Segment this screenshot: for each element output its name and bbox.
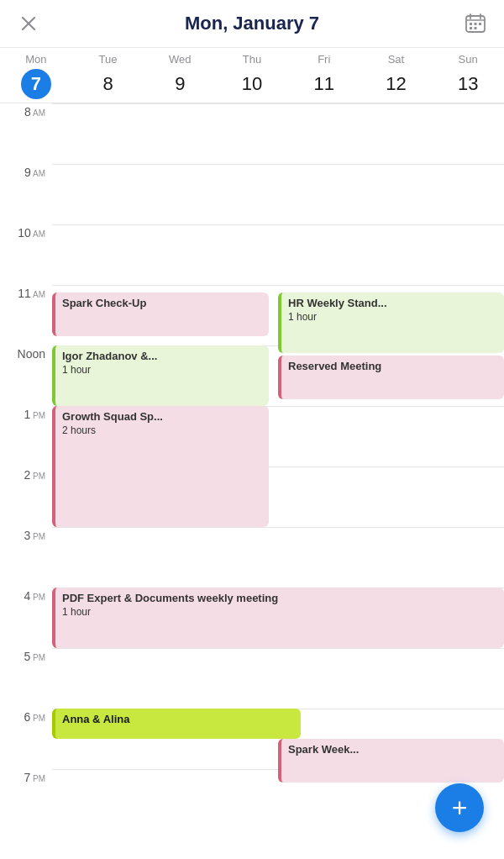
day-label: Tue — [72, 53, 144, 66]
hour-line — [52, 164, 504, 165]
day-col-sat[interactable]: Sat12 — [360, 53, 433, 99]
day-label: Sun — [432, 53, 504, 66]
event-anna-alina[interactable]: Anna & Alina — [52, 709, 301, 739]
time-label: Noon — [18, 347, 45, 361]
event-title: Igor Zhadanov &... — [62, 350, 262, 362]
time-label: 9 AM — [24, 166, 45, 179]
event-title: Growth Squad Sp... — [62, 410, 262, 423]
time-slot: 9 AM — [0, 164, 52, 224]
day-number: 8 — [93, 69, 123, 99]
day-col-thu[interactable]: Thu10 — [216, 53, 288, 99]
time-label: 10 AM — [18, 226, 45, 240]
event-igor-zhadanov[interactable]: Igor Zhadanov &...1 hour — [52, 345, 269, 406]
event-duration: 2 hours — [62, 424, 262, 436]
event-title: HR Weekly Stand... — [288, 297, 497, 309]
hour-line — [52, 648, 504, 649]
day-number: 7 — [21, 69, 51, 99]
day-label: Fri — [288, 53, 360, 66]
event-hr-weekly[interactable]: HR Weekly Stand...1 hour — [278, 292, 504, 353]
event-spark-week[interactable]: Spark Week... — [278, 739, 504, 783]
day-col-fri[interactable]: Fri11 — [288, 53, 360, 99]
add-event-button[interactable]: + — [435, 783, 484, 832]
time-slot: 8 AM — [0, 103, 52, 164]
day-label: Thu — [216, 53, 288, 66]
time-label: 2 PM — [24, 468, 45, 482]
day-number: 9 — [165, 69, 195, 99]
event-title: Anna & Alina — [62, 713, 294, 725]
calendar-icon-button[interactable] — [460, 8, 491, 39]
day-label: Mon — [0, 53, 72, 66]
time-slot: 11 AM — [0, 285, 52, 345]
svg-rect-9 — [470, 27, 472, 29]
event-reserved-meeting[interactable]: Reserved Meeting — [278, 356, 504, 399]
calendar-grid: 8 AM9 AM10 AM11 AMNoon1 PM2 PM3 PM4 PM5 … — [0, 103, 504, 859]
time-label: 1 PM — [24, 408, 45, 421]
time-label: 5 PM — [24, 650, 45, 663]
svg-rect-8 — [479, 23, 481, 25]
time-slot: 1 PM — [0, 406, 52, 466]
time-slot: 2 PM — [0, 466, 52, 527]
event-title: PDF Expert & Documents weekly meeting — [62, 592, 497, 604]
time-slot: 6 PM — [0, 709, 52, 769]
events-area: Spark Check-UpHR Weekly Stand...1 hourIg… — [52, 103, 504, 859]
day-col-tue[interactable]: Tue8 — [72, 53, 144, 99]
time-slot: 4 PM — [0, 588, 52, 648]
day-number: 10 — [237, 69, 267, 99]
time-slot: Noon — [0, 345, 52, 406]
header-title: Mon, January 7 — [185, 13, 319, 34]
event-duration: 1 hour — [62, 364, 262, 376]
time-label: 11 AM — [18, 287, 45, 300]
svg-rect-10 — [475, 27, 477, 29]
day-row: Mon7Tue8Wed9Thu10Fri11Sat12Sun13 — [0, 48, 504, 103]
day-number: 12 — [381, 69, 411, 99]
event-growth-squad[interactable]: Growth Squad Sp...2 hours — [52, 406, 269, 527]
hour-line — [52, 285, 504, 286]
day-label: Sat — [360, 53, 433, 66]
time-label: 7 PM — [24, 771, 45, 784]
day-col-wed[interactable]: Wed9 — [144, 53, 216, 99]
event-spark-checkup[interactable]: Spark Check-Up — [52, 292, 269, 336]
day-number: 13 — [453, 69, 483, 99]
hour-line — [52, 224, 504, 225]
svg-rect-6 — [470, 23, 472, 25]
time-slot: 7 PM — [0, 769, 52, 830]
hour-line — [52, 527, 504, 528]
time-label: 6 PM — [24, 710, 45, 724]
event-title: Spark Week... — [288, 743, 497, 756]
day-col-mon[interactable]: Mon7 — [0, 53, 72, 99]
time-label: 8 AM — [24, 105, 45, 119]
app-container: Mon, January 7 Mon7Tue8Wed9Thu10Fri11Sat… — [0, 0, 504, 859]
day-col-sun[interactable]: Sun13 — [432, 53, 504, 99]
event-title: Reserved Meeting — [288, 360, 497, 372]
time-column: 8 AM9 AM10 AM11 AMNoon1 PM2 PM3 PM4 PM5 … — [0, 103, 52, 859]
time-label: 4 PM — [24, 589, 45, 603]
event-duration: 1 hour — [62, 606, 497, 618]
day-number: 11 — [309, 69, 339, 99]
day-label: Wed — [144, 53, 216, 66]
time-slot: 5 PM — [0, 648, 52, 709]
time-slot: 10 AM — [0, 224, 52, 285]
time-label: 3 PM — [24, 529, 45, 542]
close-button[interactable] — [13, 8, 44, 39]
time-slot: 3 PM — [0, 527, 52, 588]
event-title: Spark Check-Up — [62, 297, 262, 309]
hour-line — [52, 103, 504, 104]
svg-rect-7 — [475, 23, 477, 25]
header: Mon, January 7 — [0, 0, 504, 48]
event-duration: 1 hour — [288, 311, 497, 323]
event-pdf-expert[interactable]: PDF Expert & Documents weekly meeting1 h… — [52, 588, 504, 648]
